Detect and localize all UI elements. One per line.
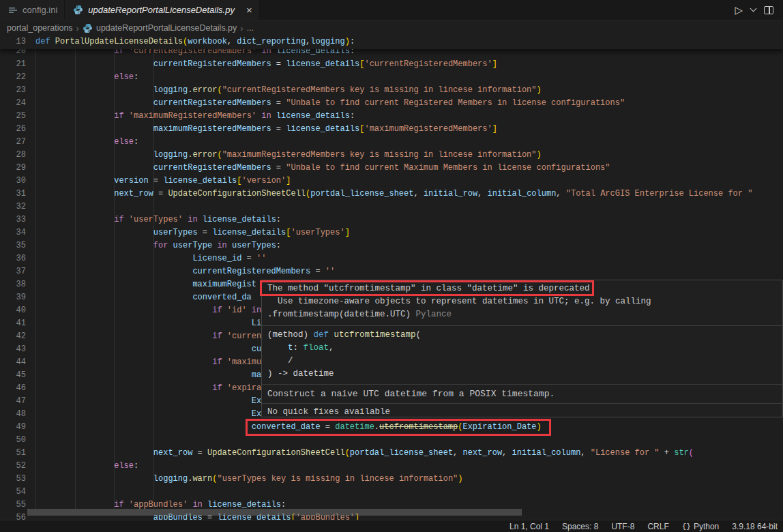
statusbar-python-interpreter[interactable]: 3.9.18 64-bit: [732, 522, 778, 531]
code-line-22[interactable]: 22else:: [0, 71, 783, 84]
code-line-23[interactable]: 23logging.error("currentRegisteredMember…: [0, 84, 783, 97]
code-line-27[interactable]: 27else:: [0, 136, 783, 149]
code-line-54[interactable]: 54: [0, 486, 783, 499]
code-line-51[interactable]: 51next_row = UpdateConfigurationSheetCel…: [0, 447, 783, 460]
tooltip-docstring: Construct a naive UTC datetime from a PO…: [262, 385, 782, 404]
breadcrumb-label: ...: [247, 23, 254, 33]
code-line-28[interactable]: 28logging.error("maximumRegisteredMember…: [0, 149, 783, 162]
code-text: next_row = UpdateConfigurationSheetCell(…: [114, 188, 752, 201]
code-line-33[interactable]: 33if 'userTypes' in license_details:: [0, 213, 783, 226]
code-line-21[interactable]: 21currentRegisteredMembers = license_det…: [0, 58, 783, 71]
statusbar-label: CRLF: [647, 522, 668, 531]
statusbar-label: 3.9.18 64-bit: [732, 522, 778, 531]
code-text: currentRegisteredMembers = "Unbale to fi…: [153, 97, 625, 110]
signature-line: (method) def utcfromtimestamp(: [267, 329, 777, 342]
statusbar-encoding[interactable]: UTF-8: [611, 522, 634, 531]
code-text: if 'id' in: [212, 304, 261, 317]
signature-line: /: [267, 355, 777, 368]
code-text: if 'maximu: [212, 356, 261, 369]
code-text: if 'maximumRegisteredMembers' in license…: [114, 110, 355, 123]
breadcrumb: portal_operations›updateReportPortalLice…: [0, 20, 783, 35]
hover-tooltip: The method "utcfromtimestamp" in class "…: [261, 280, 783, 417]
breadcrumb-item-symbol[interactable]: ...: [247, 23, 254, 33]
code-line-36[interactable]: 36License_id = '': [0, 252, 783, 265]
run-dropdown-chevron-icon[interactable]: [750, 5, 757, 12]
code-line-37[interactable]: 37currentRegisteredMembers = '': [0, 265, 783, 278]
code-editor[interactable]: 20if 'currentRegisteredMembers' in licen…: [0, 35, 783, 520]
statusbar-language-mode[interactable]: {}Python: [682, 522, 720, 531]
line-number: 42: [0, 330, 26, 343]
line-number: 41: [0, 317, 26, 330]
statusbar-label: Ln 1, Col 1: [509, 522, 549, 531]
code-text: converted_date = datetime.utcfromtimesta…: [252, 421, 542, 434]
statusbar-eol[interactable]: CRLF: [647, 522, 668, 531]
split-editor-icon[interactable]: [764, 6, 773, 14]
code-line-24[interactable]: 24currentRegisteredMembers = "Unbale to …: [0, 97, 783, 110]
statusbar-cursor-position[interactable]: Ln 1, Col 1: [509, 522, 549, 531]
run-python-file-icon[interactable]: ▷: [735, 5, 743, 15]
tab-bar: config.iniupdateReportPortalLicenseDetai…: [0, 0, 783, 20]
signature-line: ) -> datetime: [267, 368, 777, 381]
code-text: Ex: [252, 395, 261, 408]
code-text: logging.warn("userTypes key is missing i…: [153, 473, 463, 486]
code-text: cu: [252, 343, 261, 356]
horizontal-scrollbar[interactable]: [27, 509, 522, 516]
code-line-30[interactable]: 30version = license_details['version']: [0, 175, 783, 188]
code-line-53[interactable]: 53logging.warn("userTypes key is missing…: [0, 473, 783, 486]
code-text: ma: [252, 369, 261, 382]
line-number: 28: [0, 149, 26, 162]
sticky-scroll-line[interactable]: 13def PortalUpdateLicenseDetails(workboo…: [0, 35, 783, 49]
line-number: 21: [0, 58, 26, 71]
code-text: logging.error("maximumRegisteredMembers …: [153, 149, 542, 162]
code-text: if 'userTypes' in license_details:: [114, 213, 281, 226]
tooltip-signature: (method) def utcfromtimestamp( t: float,…: [262, 326, 782, 385]
code-line-29[interactable]: 29currentRegisteredMembers = "Unbale to …: [0, 162, 783, 175]
code-text: def PortalUpdateLicenseDetails(workbook,…: [35, 35, 355, 48]
line-number: 29: [0, 162, 26, 175]
breadcrumb-item-file[interactable]: updateReportPortalLicenseDetails.py: [83, 23, 237, 33]
code-text: logging.error("currentRegisteredMembers …: [153, 84, 542, 97]
pylance-source-link[interactable]: Pylance: [416, 310, 452, 319]
code-text: maximumRegisteredMembers = license_detai…: [153, 123, 497, 136]
code-line-31[interactable]: 31next_row = UpdateConfigurationSheetCel…: [0, 188, 783, 201]
code-line-26[interactable]: 26maximumRegisteredMembers = license_det…: [0, 123, 783, 136]
line-number: 45: [0, 369, 26, 382]
statusbar-label: Spaces: 8: [562, 522, 598, 531]
code-text: else:: [114, 460, 138, 473]
code-text: converted_da: [192, 291, 251, 304]
code-text: License_id = '': [192, 252, 266, 265]
code-line-49[interactable]: 49converted_date = datetime.utcfromtimes…: [0, 421, 783, 434]
line-number: 49: [0, 421, 26, 434]
code-text: currentRegisteredMembers = license_detai…: [153, 58, 497, 71]
code-line-25[interactable]: 25if 'maximumRegisteredMembers' in licen…: [0, 110, 783, 123]
tooltip-message-line-1: The method "utcfromtimestamp" in class "…: [267, 282, 777, 295]
tab-label: config.ini: [23, 5, 57, 15]
status-bar: Ln 1, Col 1Spaces: 8UTF-8CRLF{}Python3.9…: [0, 520, 783, 532]
code-line-34[interactable]: 34userTypes = license_details['userTypes…: [0, 226, 783, 239]
code-text: version = license_details['version']: [114, 175, 291, 188]
breadcrumb-separator-icon: ›: [239, 23, 243, 33]
code-text: next_row = UpdateConfigurationSheetCell(…: [153, 447, 694, 460]
statusbar-indentation[interactable]: Spaces: 8: [562, 522, 598, 531]
tab-updateReportPortalLicenseDetails-py[interactable]: updateReportPortalLicenseDetails.py×: [65, 0, 259, 20]
code-line-50[interactable]: 50: [0, 434, 783, 447]
line-number: 27: [0, 136, 26, 149]
code-text: userTypes = license_details['userTypes']: [153, 226, 350, 239]
line-number: 22: [0, 71, 26, 84]
code-line-32[interactable]: 32: [0, 201, 783, 213]
line-number: 39: [0, 291, 26, 304]
code-line-52[interactable]: 52else:: [0, 460, 783, 473]
breadcrumb-item-folder[interactable]: portal_operations: [7, 23, 73, 33]
line-number: 26: [0, 123, 26, 136]
code-line-13[interactable]: 13def PortalUpdateLicenseDetails(workboo…: [0, 35, 783, 49]
code-text: Ex: [252, 408, 261, 421]
ini-file-icon: [8, 5, 18, 15]
line-number: 55: [0, 499, 26, 512]
code-line-35[interactable]: 35for userType in userTypes:: [0, 239, 783, 252]
code-text: if 'expira: [212, 382, 261, 395]
statusbar-label: UTF-8: [611, 522, 634, 531]
breadcrumb-separator-icon: ›: [76, 23, 80, 33]
tab-config-ini[interactable]: config.ini: [0, 0, 65, 20]
line-number: 38: [0, 278, 26, 291]
tab-close-icon[interactable]: ×: [246, 5, 252, 15]
